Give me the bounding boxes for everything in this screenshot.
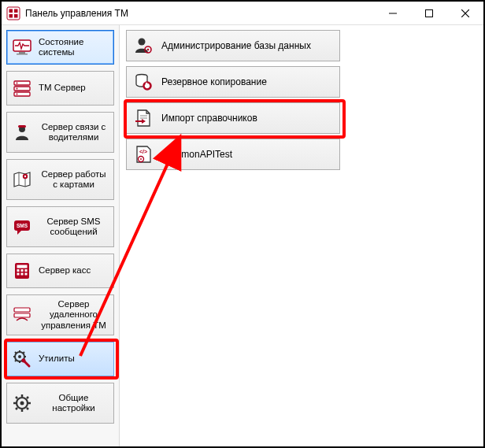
gear-wrench-icon [12, 349, 32, 369]
option-backup[interactable]: Резервное копирование [126, 66, 340, 98]
svg-line-54 [27, 408, 28, 409]
svg-rect-11 [17, 54, 28, 55]
main-panel: Администрирование базы данных Резервное … [120, 25, 483, 446]
svg-text:</>: </> [139, 149, 147, 154]
svg-point-16 [17, 88, 18, 90]
svg-rect-35 [14, 313, 30, 317]
sidebar-item-label: ТМ Сервер [39, 72, 109, 105]
svg-rect-33 [25, 273, 28, 276]
svg-line-53 [16, 397, 17, 398]
sidebar-item-tm-server[interactable]: ТМ Сервер [6, 71, 114, 106]
svg-point-57 [139, 39, 146, 46]
window-title: Панель управления ТМ [25, 8, 375, 19]
sms-icon: SMS [12, 217, 32, 237]
svg-rect-32 [21, 273, 24, 276]
code-gear-icon: </> [133, 144, 154, 165]
client-area: Состояние системы ТМ Сервер [2, 25, 483, 446]
svg-text:SMS: SMS [17, 223, 28, 228]
calculator-icon [12, 261, 32, 281]
user-gear-icon [133, 35, 154, 56]
sidebar-item-remote-server[interactable]: Сервер удаленного управления ТМ [6, 294, 114, 335]
sidebar-item-label: Общие настройки [39, 383, 109, 423]
sidebar-item-label: Сервер касс [39, 254, 109, 287]
app-icon [6, 6, 20, 20]
svg-point-37 [18, 355, 21, 358]
sidebar-item-map-server[interactable]: Сервер работы с картами [6, 159, 114, 200]
maximize-button[interactable] [411, 2, 447, 25]
sidebar-item-system-state[interactable]: Состояние системы [6, 30, 114, 65]
svg-line-44 [24, 352, 25, 354]
close-button[interactable] [447, 2, 483, 25]
svg-rect-4 [14, 14, 18, 18]
svg-rect-10 [19, 52, 25, 54]
svg-rect-3 [9, 14, 13, 18]
titlebar: Панель управления ТМ [2, 2, 483, 25]
sidebar-item-label: Сервер работы с картами [39, 160, 109, 199]
svg-point-46 [22, 359, 26, 363]
sidebar-item-sms-server[interactable]: SMS Сервер SMS сообщений [6, 206, 114, 247]
option-import-refs[interactable]: Импорт справочников [126, 102, 340, 134]
driver-icon [12, 122, 32, 143]
svg-point-48 [20, 402, 24, 405]
svg-rect-1 [9, 9, 13, 13]
svg-rect-34 [14, 308, 30, 312]
sidebar-item-label: Сервер SMS сообщений [39, 207, 109, 246]
svg-rect-19 [18, 125, 26, 128]
sidebar-item-driver-server[interactable]: Сервер связи с водителями [6, 112, 114, 153]
svg-rect-31 [17, 273, 20, 276]
svg-line-45 [15, 361, 17, 362]
sidebar: Состояние системы ТМ Сервер [2, 25, 120, 446]
database-clock-icon [133, 72, 154, 92]
minimize-button[interactable] [375, 2, 411, 25]
option-common-api-test[interactable]: </> CommonAPITest [126, 139, 340, 170]
svg-rect-30 [25, 269, 28, 272]
svg-rect-2 [14, 9, 18, 13]
sidebar-item-utilities[interactable]: Утилиты [6, 342, 114, 376]
map-icon [12, 169, 32, 190]
sidebar-item-label: Состояние системы [39, 31, 109, 64]
svg-rect-6 [426, 9, 433, 17]
svg-line-56 [16, 408, 17, 409]
svg-rect-27 [17, 265, 28, 268]
sidebar-item-label: Сервер удаленного управления ТМ [39, 295, 109, 335]
svg-line-42 [15, 352, 17, 354]
svg-line-55 [27, 397, 28, 398]
svg-point-15 [17, 83, 18, 84]
sidebar-item-general-settings[interactable]: Общие настройки [6, 383, 114, 424]
option-label: CommonAPITest [161, 149, 232, 160]
svg-rect-28 [17, 269, 20, 272]
option-db-admin[interactable]: Администрирование базы данных [126, 30, 340, 61]
sidebar-item-cash-server[interactable]: Сервер касс [6, 254, 114, 288]
option-label: Импорт справочников [161, 113, 257, 124]
svg-rect-0 [7, 7, 20, 20]
svg-point-17 [17, 94, 18, 95]
option-label: Резервное копирование [161, 76, 267, 87]
server-icon [12, 78, 32, 98]
monitor-icon [12, 37, 32, 57]
remote-icon [12, 305, 32, 325]
svg-point-23 [24, 176, 26, 177]
option-label: Администрирование базы данных [161, 40, 311, 51]
gear-icon [12, 393, 32, 413]
svg-point-68 [140, 158, 142, 160]
svg-point-59 [147, 49, 150, 51]
sidebar-item-label: Утилиты [39, 342, 109, 376]
document-import-icon [133, 108, 154, 128]
sidebar-item-label: Сервер связи с водителями [39, 113, 109, 152]
svg-rect-29 [21, 269, 24, 272]
